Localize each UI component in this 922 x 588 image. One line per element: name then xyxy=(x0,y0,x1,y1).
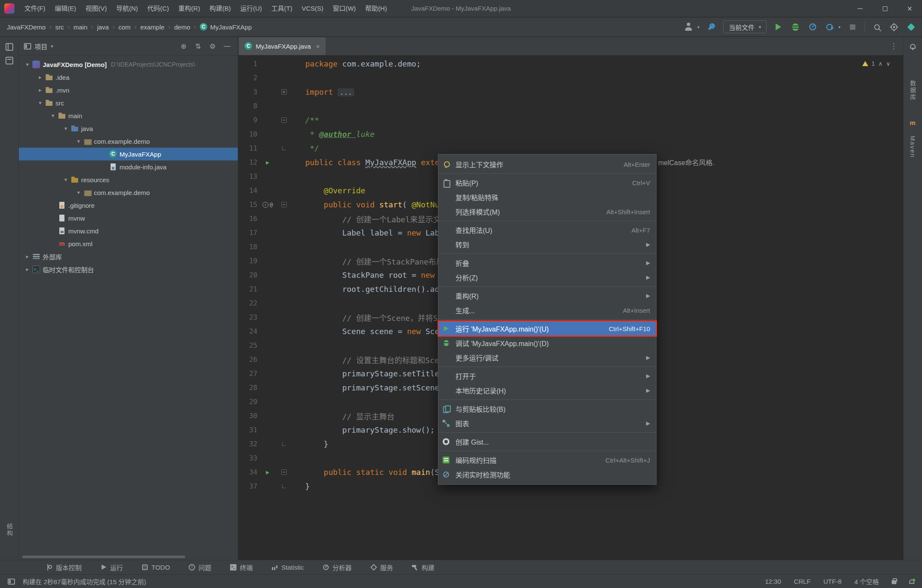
tree-item[interactable]: ▾java xyxy=(19,122,238,135)
menu-item[interactable]: 列选择模式(M)Alt+Shift+Insert xyxy=(438,204,656,219)
menu-item[interactable]: 本地历史记录(H)▶ xyxy=(438,383,656,398)
fold-marker[interactable]: − xyxy=(278,202,290,207)
tree-item[interactable]: module-info.java xyxy=(19,160,238,173)
readonly-lock-icon[interactable] xyxy=(892,580,896,584)
horizontal-scrollbar[interactable] xyxy=(22,556,185,558)
code-line[interactable]: 2 xyxy=(239,71,903,85)
debug-button[interactable] xyxy=(791,22,801,32)
tree-item[interactable]: mvnw xyxy=(19,212,238,224)
menu-item[interactable]: 与剪贴板比较(B) xyxy=(438,402,656,416)
breadcrumb-item[interactable]: example xyxy=(140,23,166,31)
menu-item[interactable]: 运行 'MyJavaFXApp.main()'(U)Ctrl+Shift+F10 xyxy=(438,321,656,336)
tab-myjavafxapp[interactable]: MyJavaFXApp.java × xyxy=(239,37,326,55)
chevron-down-icon[interactable]: ▾ xyxy=(61,125,71,131)
tree-item[interactable]: ▸.mvn xyxy=(19,84,238,96)
override-marker-icon[interactable]: ↑ xyxy=(263,202,268,208)
breadcrumb-item[interactable]: java xyxy=(96,23,110,31)
toolbox-icon[interactable] xyxy=(706,22,716,32)
menu-item[interactable]: 关闭实时检测功能 xyxy=(438,467,656,482)
menu-item[interactable]: 打开于▶ xyxy=(438,369,656,383)
menu-item[interactable]: 重构(R)▶ xyxy=(438,288,656,303)
tree-item[interactable]: ▾com.example.demo xyxy=(19,186,238,199)
fold-marker[interactable] xyxy=(278,442,290,446)
menu-item[interactable]: 分析(Z)▶ xyxy=(438,270,656,285)
fold-end-icon[interactable] xyxy=(282,146,286,150)
chevron-down-icon[interactable]: ▾ xyxy=(73,189,84,195)
tree-item[interactable]: ▾src xyxy=(19,96,238,109)
code-line[interactable]: 10 * @author luke xyxy=(239,127,903,141)
code-line[interactable]: 1package com.example.demo; xyxy=(239,57,903,71)
menu-item[interactable]: 折叠▶ xyxy=(438,256,656,270)
fold-marker[interactable] xyxy=(278,484,290,488)
line-ending[interactable]: CRLF xyxy=(794,578,811,585)
chevron-down-icon[interactable]: ▾ xyxy=(73,138,84,144)
profiler-button[interactable] xyxy=(808,22,818,32)
menu-item[interactable]: 显示上下文操作Alt+Enter xyxy=(438,157,656,172)
commit-tool-icon[interactable] xyxy=(6,57,13,64)
tree-item[interactable]: ▾JavaFXDemo [Demo]D:\IDEAProjects\JCNCPr… xyxy=(19,58,238,71)
menubar-item[interactable]: 工具(T) xyxy=(266,0,297,17)
menu-item[interactable]: 查找用法(U)Alt+F7 xyxy=(438,223,656,237)
chevron-down-icon[interactable]: ▾ xyxy=(51,44,53,49)
fold-minus-icon[interactable]: − xyxy=(281,469,287,475)
fold-minus-icon[interactable]: − xyxy=(281,117,287,123)
toolbar-button[interactable]: 构建 xyxy=(412,563,435,572)
tree-item[interactable]: ▾com.example.demo xyxy=(19,135,238,148)
tree-item[interactable]: ▾main xyxy=(19,109,238,122)
run-button[interactable] xyxy=(773,22,784,32)
fold-minus-icon[interactable]: − xyxy=(281,202,287,207)
breadcrumb-item[interactable]: MyJavaFXApp xyxy=(209,23,253,31)
database-tool-button[interactable]: 数据库 xyxy=(903,71,922,110)
plugin-icon[interactable] xyxy=(906,22,916,32)
code-line[interactable]: 8 xyxy=(239,99,903,113)
minimize-button[interactable]: ─ xyxy=(848,0,872,17)
chevron-right-icon[interactable]: ▸ xyxy=(22,253,32,259)
user-account-icon[interactable] xyxy=(683,22,694,32)
menu-item[interactable]: 编码规约扫描Ctrl+Alt+Shift+J xyxy=(438,453,656,467)
close-button[interactable]: × xyxy=(897,0,922,17)
fold-marker[interactable]: − xyxy=(278,117,290,123)
toolbar-button[interactable]: TODO xyxy=(142,564,170,571)
fold-plus-icon[interactable]: + xyxy=(281,89,287,95)
tree-item[interactable]: MyJavaFXApp xyxy=(19,148,238,160)
fold-marker[interactable] xyxy=(278,146,290,150)
menu-item[interactable]: 调试 'MyJavaFXApp.main()'(D) xyxy=(438,336,656,350)
maven-tool-button[interactable]: Maven xyxy=(903,128,922,166)
chevron-down-icon[interactable]: ▾ xyxy=(48,113,58,119)
menubar-item[interactable]: 重构(R) xyxy=(174,0,205,17)
chevron-down-icon[interactable]: ▾ xyxy=(35,100,45,106)
code-line[interactable]: 11 */ xyxy=(239,141,903,155)
tree-item[interactable]: mvnw.cmd xyxy=(19,224,238,237)
menu-item[interactable]: 粘贴(P)Ctrl+V xyxy=(438,175,656,190)
file-encoding[interactable]: UTF-8 xyxy=(823,578,842,585)
menubar-item[interactable]: 窗口(W) xyxy=(328,0,360,17)
tree-item[interactable]: ▸外部库 xyxy=(19,250,238,263)
tool-window-switcher-icon[interactable] xyxy=(8,579,15,585)
menubar-item[interactable]: 运行(U) xyxy=(236,0,267,17)
tree-item[interactable]: ▸.idea xyxy=(19,71,238,84)
menubar-item[interactable]: 文件(F) xyxy=(20,0,50,17)
tree-item[interactable]: ▾resources xyxy=(19,173,238,186)
hide-panel-button[interactable]: — xyxy=(222,42,233,50)
settings-gear-icon[interactable] xyxy=(889,22,899,32)
menubar-item[interactable]: 导航(N) xyxy=(111,0,143,17)
run-gutter-icon[interactable]: ▶ xyxy=(266,469,269,475)
menu-item[interactable]: 更多运行/调试▶ xyxy=(438,350,656,365)
breadcrumb-item[interactable]: src xyxy=(55,23,65,31)
chevron-right-icon[interactable]: ▸ xyxy=(35,87,45,93)
panel-settings-icon[interactable]: ⚙ xyxy=(207,42,218,50)
fold-marker[interactable]: − xyxy=(278,469,290,475)
code-line[interactable]: 9−/** xyxy=(239,113,903,127)
menubar-item[interactable]: VCS(S) xyxy=(297,0,328,17)
structure-tool-button[interactable]: 结构 xyxy=(0,513,19,547)
menubar-item[interactable]: 构建(B) xyxy=(205,0,236,17)
toolbar-button[interactable]: Statistic xyxy=(271,564,304,571)
tree-item[interactable]: pom.xml xyxy=(19,237,238,250)
tree-item[interactable]: ▸临时文件和控制台 xyxy=(19,263,238,276)
project-panel-title[interactable]: 项目 xyxy=(35,42,47,51)
breadcrumb-item[interactable]: demo xyxy=(173,23,191,31)
prev-issue-icon[interactable]: ∧ xyxy=(878,60,883,67)
toolbar-button[interactable]: 终端 xyxy=(230,563,253,572)
breadcrumb-item[interactable]: main xyxy=(73,23,88,31)
toolbar-button[interactable]: 问题 xyxy=(189,563,211,572)
